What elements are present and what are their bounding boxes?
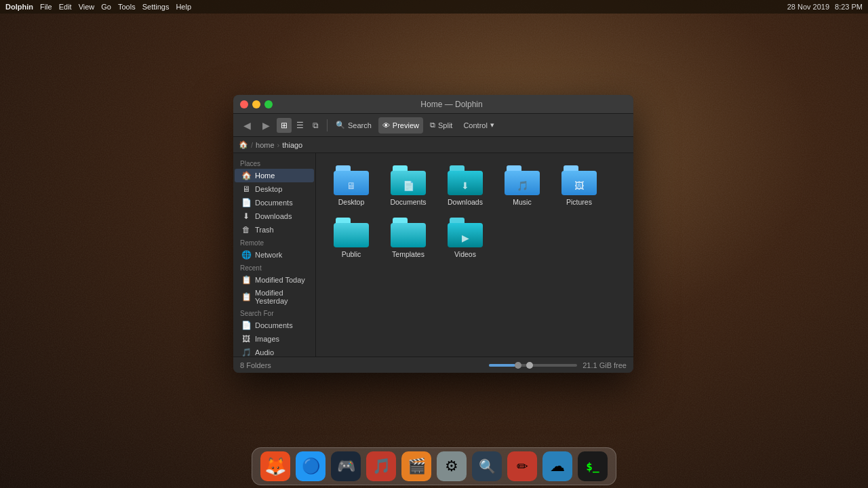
titlebar: Home — Dolphin — [233, 95, 633, 114]
free-space: 21.1 GiB free — [583, 361, 627, 369]
sidebar-item-home[interactable]: 🏠 Home — [235, 169, 314, 182]
home-icon: 🏠 — [241, 171, 251, 180]
folder-label-desktop: Desktop — [338, 198, 365, 207]
menubar-left: Dolphin File Edit View Go Tools Settings… — [5, 3, 191, 11]
calendar-today-icon: 📋 — [241, 275, 251, 285]
preview-icon: 👁 — [382, 121, 390, 129]
folder-downloads[interactable]: ⬇ Downloads — [438, 161, 492, 211]
forward-button[interactable]: ▶ — [258, 117, 274, 134]
trash-icon: 🗑 — [241, 225, 251, 235]
documents-folder-inner-icon: 📄 — [403, 180, 414, 191]
folder-icon-videos: ▶ — [448, 218, 483, 247]
breadcrumb-thiago[interactable]: thiago — [282, 141, 302, 149]
folder-documents[interactable]: 📄 Documents — [381, 161, 435, 211]
folder-label-downloads: Downloads — [448, 198, 483, 207]
sidebar-item-network[interactable]: 🌐 Network — [235, 248, 314, 262]
chevron-down-icon: ▾ — [490, 121, 494, 129]
folder-icon-public — [334, 218, 369, 247]
network-icon: 🌐 — [241, 250, 251, 260]
folder-desktop[interactable]: 🖥 Desktop — [324, 161, 378, 211]
dock-icon-finder[interactable]: 🔵 — [296, 451, 326, 481]
documents-icon: 📄 — [241, 198, 251, 207]
slider-thumb-2 — [526, 362, 533, 369]
sidebar-item-desktop[interactable]: 🖥 Desktop — [235, 182, 314, 196]
folder-music[interactable]: 🎵 Music — [495, 161, 549, 211]
grid-view-button[interactable]: ⊞ — [277, 118, 292, 133]
folders-count: 8 Folders — [240, 361, 271, 369]
menubar-file[interactable]: File — [40, 3, 52, 11]
dock-icon-clementine[interactable]: 🎵 — [366, 451, 396, 481]
folder-label-videos: Videos — [454, 250, 476, 259]
sidebar-item-modified-yesterday[interactable]: 📋 Modified Yesterday — [235, 287, 314, 307]
window-title: Home — Dolphin — [277, 100, 627, 109]
menubar-view[interactable]: View — [79, 3, 95, 11]
addressbar: 🏠 / home › thiago — [233, 137, 633, 153]
list-view-button[interactable]: ☰ — [292, 118, 307, 133]
folder-label-templates: Templates — [392, 250, 425, 259]
detail-view-button[interactable]: ⧉ — [308, 118, 323, 133]
file-grid: 🖥 Desktop 📄 Documents ⬇ — [316, 153, 633, 357]
folder-icon-pictures: 🖼 — [561, 165, 597, 195]
places-label: Places — [233, 157, 315, 169]
menubar-edit[interactable]: Edit — [59, 3, 72, 11]
dock-icon-firefox[interactable]: 🦊 — [260, 451, 290, 481]
remote-label: Remote — [233, 237, 315, 248]
menubar: Dolphin File Edit View Go Tools Settings… — [0, 0, 868, 14]
split-button[interactable]: ⧉ Split — [426, 117, 456, 134]
downloads-icon: ⬇ — [241, 211, 251, 221]
menubar-date: 28 Nov 2019 — [787, 3, 829, 11]
sidebar-item-modified-today[interactable]: 📋 Modified Today — [235, 273, 314, 287]
sidebar: Places 🏠 Home 🖥 Desktop 📄 Documents ⬇ Do… — [233, 153, 316, 357]
calendar-yesterday-icon: 📋 — [241, 292, 251, 302]
menubar-settings[interactable]: Settings — [142, 3, 170, 11]
maximize-button[interactable] — [264, 100, 273, 108]
sidebar-item-trash[interactable]: 🗑 Trash — [235, 223, 314, 237]
recent-label: Recent — [233, 262, 315, 273]
folder-templates[interactable]: Templates — [381, 214, 435, 263]
preview-button[interactable]: 👁 Preview — [378, 117, 423, 134]
dock-icon-settings[interactable]: ⚙ — [437, 451, 467, 481]
breadcrumb-separator: › — [277, 141, 280, 149]
dock-icon-cloud[interactable]: ☁ — [542, 451, 572, 481]
folder-icon-downloads: ⬇ — [448, 165, 483, 195]
view-mode-buttons: ⊞ ☰ ⧉ — [277, 118, 323, 133]
sidebar-item-search-images[interactable]: 🖼 Images — [235, 332, 314, 346]
sidebar-item-documents[interactable]: 📄 Documents — [235, 196, 314, 209]
search-button[interactable]: 🔍 Search — [332, 117, 376, 134]
menubar-help[interactable]: Help — [176, 3, 191, 11]
minimize-button[interactable] — [252, 100, 260, 108]
folder-label-public: Public — [342, 250, 361, 259]
folder-videos[interactable]: ▶ Videos — [438, 214, 492, 263]
downloads-folder-inner-icon: ⬇ — [461, 180, 469, 191]
close-button[interactable] — [240, 100, 248, 108]
slider-used — [489, 364, 515, 367]
storage-slider[interactable] — [489, 364, 577, 367]
desktop-folder-inner-icon: 🖥 — [347, 180, 356, 191]
dock-icon-magnifier[interactable]: 🔍 — [472, 451, 502, 481]
sidebar-item-downloads[interactable]: ⬇ Downloads — [235, 209, 314, 223]
split-icon: ⧉ — [430, 121, 435, 129]
pictures-folder-inner-icon: 🖼 — [574, 180, 584, 191]
control-button[interactable]: Control ▾ — [459, 117, 498, 134]
videos-folder-inner-icon: ▶ — [462, 232, 469, 243]
folder-icon-templates — [391, 218, 426, 247]
dock-icon-terminal[interactable]: $_ — [578, 451, 608, 481]
folder-public[interactable]: Public — [324, 214, 378, 263]
toolbar-separator — [327, 119, 328, 131]
dock-icon-steam[interactable]: 🎮 — [331, 451, 361, 481]
dock-icon-vlc[interactable]: 🎬 — [401, 451, 431, 481]
breadcrumb-home[interactable]: home — [256, 141, 275, 149]
sidebar-item-search-audio[interactable]: 🎵 Audio — [235, 346, 314, 357]
menubar-app-name[interactable]: Dolphin — [5, 3, 33, 11]
search-audio-icon: 🎵 — [241, 348, 251, 357]
dock: 🦊 🔵 🎮 🎵 🎬 ⚙ 🔍 ✏ ☁ $_ — [252, 447, 616, 485]
back-button[interactable]: ◀ — [239, 117, 255, 134]
folder-label-music: Music — [513, 198, 531, 207]
sidebar-item-search-documents[interactable]: 📄 Documents — [235, 319, 314, 332]
folder-label-pictures: Pictures — [566, 198, 592, 207]
toolbar: ◀ ▶ ⊞ ☰ ⧉ 🔍 Search 👁 Preview ⧉ Split Con… — [233, 114, 633, 137]
menubar-tools[interactable]: Tools — [118, 3, 136, 11]
dock-icon-paint[interactable]: ✏ — [507, 451, 537, 481]
folder-pictures[interactable]: 🖼 Pictures — [552, 161, 606, 211]
menubar-go[interactable]: Go — [101, 3, 111, 11]
